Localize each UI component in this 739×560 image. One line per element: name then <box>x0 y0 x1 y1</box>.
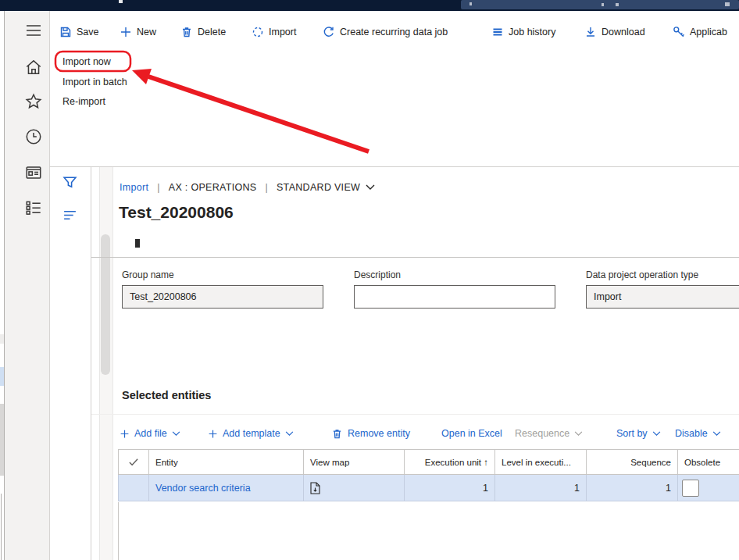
plus-icon <box>208 429 218 439</box>
dashed-circle-icon <box>252 26 264 38</box>
sort-by-label: Sort by <box>616 428 648 439</box>
chevron-down-icon <box>652 431 661 437</box>
hamburger-menu-icon[interactable] <box>24 21 43 40</box>
open-pane-lines-icon[interactable] <box>62 208 77 223</box>
app-window: Save New Delete Import Create recurring … <box>0 0 739 560</box>
description-label: Description <box>354 269 401 280</box>
select-all-column-header[interactable] <box>119 450 149 475</box>
new-label: New <box>137 27 156 37</box>
operation-type-field[interactable]: Import <box>586 285 739 309</box>
section-divider <box>91 257 739 258</box>
selected-entities-grid: Entity View map Execution unit ↑ Level i… <box>118 449 739 501</box>
breadcrumb-environment: AX : OPERATIONS <box>169 182 257 193</box>
job-history-label: Job history <box>509 27 555 37</box>
filter-funnel-icon[interactable] <box>62 175 77 190</box>
entity-link[interactable]: Vendor search criteria <box>155 483 251 494</box>
vertical-scrollbar-thumb[interactable] <box>101 234 110 375</box>
background-window-fragment <box>0 404 4 476</box>
top-navigation-bar <box>0 0 739 11</box>
level-cell[interactable]: 1 <box>495 475 587 501</box>
download-label: Download <box>602 27 645 37</box>
add-template-button[interactable]: Add template <box>208 424 294 443</box>
open-in-excel-label: Open in Excel <box>441 428 502 439</box>
description-field[interactable] <box>354 285 555 309</box>
new-button[interactable]: New <box>120 21 156 43</box>
trash-icon <box>180 26 193 38</box>
applicable-fields-button[interactable]: Applicab <box>673 21 727 43</box>
clipped-search-text-fragment <box>469 2 472 5</box>
column-header-entity[interactable]: Entity <box>149 450 304 475</box>
background-window-fragment <box>0 367 4 386</box>
delete-button[interactable]: Delete <box>180 21 226 43</box>
key-icon <box>673 26 685 38</box>
remove-entity-label: Remove entity <box>348 428 410 439</box>
home-icon[interactable] <box>24 58 43 77</box>
import-button[interactable]: Import <box>252 21 296 43</box>
list-lines-icon <box>491 26 504 38</box>
add-file-button[interactable]: Add file <box>120 424 180 443</box>
menu-item-import-now[interactable]: Import now <box>62 55 111 69</box>
group-name-field[interactable]: Test_20200806 <box>122 285 323 309</box>
toolbar-divider <box>91 414 739 415</box>
execution-unit-cell[interactable]: 1 <box>405 475 495 501</box>
view-selector-label: STANDARD VIEW <box>277 182 360 193</box>
breadcrumb-page-link[interactable]: Import <box>120 182 148 193</box>
breadcrumb: Import | AX : OPERATIONS | STANDARD VIEW <box>120 182 375 193</box>
recent-clock-icon[interactable] <box>24 127 43 146</box>
favorites-star-icon[interactable] <box>24 92 43 111</box>
filter-rail-divider <box>91 166 91 560</box>
group-name-label: Group name <box>122 269 174 280</box>
clipped-search-icon-fragment <box>725 2 730 6</box>
breadcrumb-separator: | <box>265 182 268 193</box>
row-select-cell[interactable] <box>119 475 149 501</box>
grid-header-row: Entity View map Execution unit ↑ Level i… <box>119 450 739 475</box>
sequence-cell[interactable]: 1 <box>587 475 678 501</box>
resequence-button: Resequence <box>515 424 583 443</box>
clipped-section-text-fragment <box>135 239 140 248</box>
view-selector[interactable]: STANDARD VIEW <box>277 182 375 193</box>
chevron-down-icon <box>574 431 583 437</box>
search-box[interactable] <box>461 0 739 9</box>
checkmark-icon <box>128 456 139 467</box>
delete-label: Delete <box>198 27 226 37</box>
background-window-fragment <box>0 334 4 344</box>
trash-icon <box>331 428 343 440</box>
map-document-icon[interactable] <box>310 482 320 494</box>
disable-button[interactable]: Disable <box>675 424 721 443</box>
create-recurring-data-job-button[interactable]: Create recurring data job <box>323 21 448 43</box>
nav-sidebar <box>5 11 50 560</box>
chevron-down-icon <box>285 431 294 437</box>
download-button[interactable]: Download <box>584 21 645 43</box>
refresh-icon <box>323 26 335 38</box>
remove-entity-button[interactable]: Remove entity <box>331 424 410 443</box>
column-header-sequence[interactable]: Sequence <box>587 450 678 475</box>
menu-item-re-import[interactable]: Re-import <box>62 95 105 109</box>
column-header-level[interactable]: Level in executi... <box>495 450 587 475</box>
column-header-obsolete[interactable]: Obsolete <box>678 450 739 475</box>
sort-by-button[interactable]: Sort by <box>616 424 661 443</box>
disable-label: Disable <box>675 428 708 439</box>
plus-icon <box>120 429 130 439</box>
applicable-fields-label: Applicab <box>690 27 727 37</box>
resequence-label: Resequence <box>515 428 569 439</box>
import-label: Import <box>269 27 296 37</box>
job-history-button[interactable]: Job history <box>491 21 555 43</box>
grid-row-vendor-search-criteria[interactable]: Vendor search criteria 1 1 1 <box>119 475 739 501</box>
chevron-down-icon <box>172 431 180 437</box>
obsolete-checkbox[interactable] <box>682 480 699 497</box>
save-button[interactable]: Save <box>59 21 99 43</box>
create-recurring-data-job-label: Create recurring data job <box>340 27 448 37</box>
workspaces-window-icon[interactable] <box>24 163 43 182</box>
chevron-down-icon <box>712 431 721 437</box>
open-in-excel-button[interactable]: Open in Excel <box>441 424 502 443</box>
annotation-arrow-shaft <box>148 77 369 152</box>
grid-left-border <box>118 502 119 560</box>
modules-list-icon[interactable] <box>24 198 43 217</box>
column-header-execution-unit[interactable]: Execution unit ↑ <box>405 450 495 475</box>
menu-item-import-in-batch[interactable]: Import in batch <box>62 75 127 89</box>
download-icon <box>584 26 597 38</box>
save-label: Save <box>77 27 99 37</box>
column-header-view-map[interactable]: View map <box>304 450 405 475</box>
background-window-edge <box>1 494 2 560</box>
page-title: Test_20200806 <box>119 203 234 222</box>
